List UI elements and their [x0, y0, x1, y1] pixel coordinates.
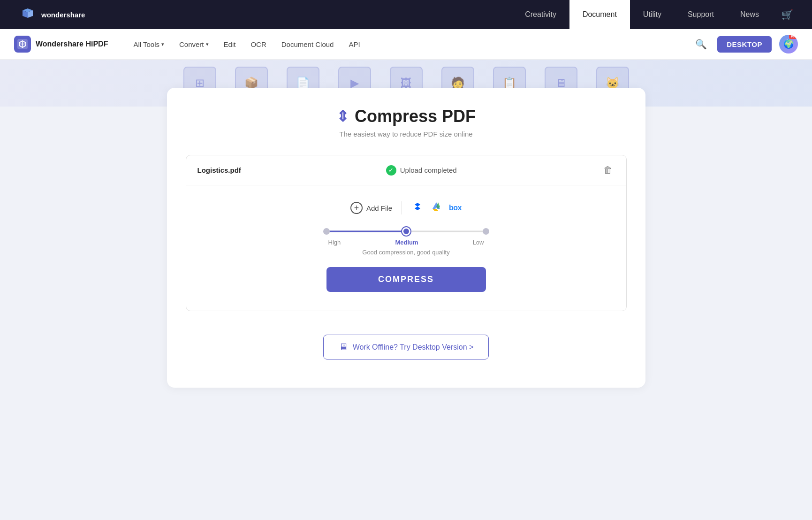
plus-icon: +	[350, 202, 363, 214]
slider-dot-medium[interactable]	[402, 227, 410, 236]
add-file-button[interactable]: + Add File	[350, 202, 392, 214]
offline-banner: 🖥 Work Offline? Try Desktop Version >	[186, 335, 627, 359]
delete-file-button[interactable]: 🗑	[601, 163, 615, 177]
nav-utility[interactable]: Utility	[630, 0, 675, 29]
search-icon[interactable]: 🔍	[692, 36, 710, 53]
page-subtitle: The easiest way to reduce PDF size onlin…	[186, 130, 627, 138]
logo[interactable]: wondershare	[19, 6, 85, 23]
dropbox-icon[interactable]	[411, 200, 424, 215]
upload-header: Logistics.pdf ✓ Upload completed 🗑	[186, 155, 626, 185]
label-medium[interactable]: Medium	[395, 239, 418, 246]
slider-dot-high[interactable]	[323, 228, 330, 235]
compression-selector: High Medium Low Good compression, good q…	[326, 227, 486, 256]
slider-labels: High Medium Low	[326, 239, 486, 246]
slider-track[interactable]	[326, 227, 486, 236]
nav-document-cloud[interactable]: Document Cloud	[275, 37, 341, 52]
quality-description: Good compression, good quality	[362, 249, 449, 256]
sec-nav-right: 🔍 DESKTOP 🌍 Pro	[692, 35, 798, 54]
divider	[402, 201, 402, 214]
sec-nav: Wondershare HiPDF All Tools ▾ Convert ▾ …	[0, 29, 812, 60]
check-circle-icon: ✓	[386, 165, 396, 176]
page-title: ⇕ Compress PDF	[186, 107, 627, 126]
google-drive-icon[interactable]	[430, 200, 442, 215]
brand-name: Wondershare HiPDF	[36, 40, 108, 48]
page-title-section: ⇕ Compress PDF The easiest way to reduce…	[186, 107, 627, 138]
label-high[interactable]: High	[328, 239, 341, 246]
main-content: ⇕ Compress PDF The easiest way to reduce…	[148, 88, 664, 388]
nav-support[interactable]: Support	[675, 0, 727, 29]
cloud-icons: box	[411, 200, 462, 215]
top-nav-links: Creativity Document Utility Support News…	[512, 0, 793, 29]
avatar[interactable]: 🌍 Pro	[779, 35, 798, 54]
nav-edit[interactable]: Edit	[217, 37, 243, 52]
nav-creativity[interactable]: Creativity	[512, 0, 569, 29]
desktop-button[interactable]: DESKTOP	[717, 36, 772, 53]
file-name: Logistics.pdf	[197, 166, 241, 174]
compress-button[interactable]: COMPRESS	[326, 267, 486, 292]
nav-all-tools[interactable]: All Tools ▾	[127, 37, 171, 52]
add-file-row: + Add File	[350, 200, 462, 215]
monitor-icon: 🖥	[339, 342, 348, 352]
nav-ocr[interactable]: OCR	[244, 37, 273, 52]
nav-news[interactable]: News	[727, 0, 772, 29]
nav-api[interactable]: API	[342, 37, 366, 52]
nav-document[interactable]: Document	[569, 0, 630, 29]
chevron-down-icon: ▾	[206, 41, 209, 47]
slider-line-active	[326, 231, 406, 232]
hipdf-logo-icon	[14, 36, 31, 53]
chevron-down-icon: ▾	[161, 41, 164, 47]
nav-convert[interactable]: Convert ▾	[173, 37, 215, 52]
label-low[interactable]: Low	[473, 239, 484, 246]
offline-box[interactable]: 🖥 Work Offline? Try Desktop Version >	[323, 335, 489, 359]
box-icon[interactable]: box	[449, 204, 462, 212]
slider-dot-low[interactable]	[483, 228, 489, 235]
upload-status: ✓ Upload completed	[386, 165, 457, 176]
top-nav: wondershare Creativity Document Utility …	[0, 0, 812, 29]
page-card: ⇕ Compress PDF The easiest way to reduce…	[167, 88, 645, 388]
brand-logo[interactable]: Wondershare HiPDF	[14, 36, 108, 53]
cart-icon[interactable]: 🛒	[782, 9, 793, 20]
sec-nav-items: All Tools ▾ Convert ▾ Edit OCR Document …	[127, 37, 678, 52]
logo-text: wondershare	[41, 11, 85, 19]
pro-badge: Pro	[789, 35, 798, 39]
upload-body: + Add File	[186, 185, 626, 311]
compress-icon: ⇕	[336, 107, 349, 125]
upload-area: Logistics.pdf ✓ Upload completed 🗑 + Add…	[186, 155, 627, 311]
